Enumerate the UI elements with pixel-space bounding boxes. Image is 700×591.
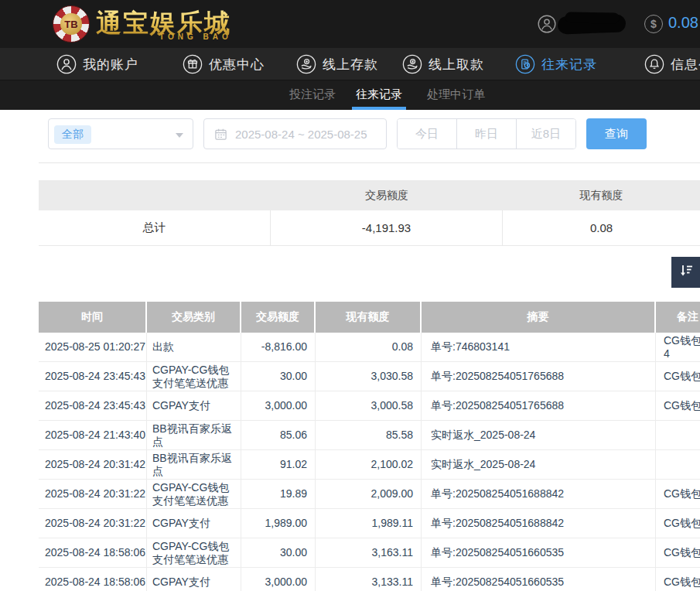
summary-header-empty	[39, 180, 271, 210]
col-balance: 现有额度	[316, 302, 422, 333]
summary-header-row: 交易额度 现有额度	[39, 180, 700, 210]
cell-note: CG钱包	[656, 568, 700, 591]
nav-deposit[interactable]: 线上存款	[296, 48, 378, 80]
logo-chip-label: TB	[60, 13, 82, 35]
transaction-records-page: TB 通宝娱乐城 TONG BAO $ 0.08R 我的账户 优惠中心 线上存款	[0, 0, 700, 591]
cell-time: 2025-08-24 18:58:06	[39, 538, 147, 567]
cell-amount: 91.02	[241, 450, 316, 479]
cell-type: BB视讯百家乐返点	[147, 450, 241, 479]
cell-summary: 单号:202508254051660535	[422, 568, 656, 591]
col-time: 时间	[39, 302, 147, 333]
records-table: 时间 交易类别 交易额度 现有额度 摘要 备注 2025-08-25 01:20…	[39, 302, 700, 591]
nav-announcements[interactable]: 信息公告	[644, 48, 700, 80]
cell-note	[656, 450, 700, 479]
balance-value: 0.08	[668, 14, 698, 31]
records-icon	[515, 54, 535, 74]
cell-amount: 3,000.00	[241, 568, 316, 591]
summary-total-row: 总计 -4,191.93 0.08	[39, 210, 700, 246]
summary-header-trade: 交易额度	[271, 180, 503, 210]
user-avatar-icon	[538, 15, 556, 33]
table-row: 2025-08-25 01:20:27 出款 -8,816.00 0.08 单号…	[39, 333, 700, 362]
today-button[interactable]: 今日	[398, 119, 457, 149]
last-8-days-button[interactable]: 近8日	[517, 119, 575, 149]
cell-amount: 85.06	[241, 421, 316, 449]
summary-total-label: 总计	[39, 210, 271, 245]
yesterday-button[interactable]: 昨日	[457, 119, 517, 149]
tab-pending-orders[interactable]: 处理中订单	[427, 80, 485, 110]
cell-note: CG钱包	[656, 509, 700, 538]
active-tab-underline	[352, 107, 406, 110]
deposit-icon	[296, 54, 316, 74]
cell-time: 2025-08-24 23:45:43	[39, 362, 147, 391]
table-row: 2025-08-24 18:58:06 CGPAY支付 3,000.00 3,1…	[39, 568, 700, 591]
table-row: 2025-08-24 23:45:43 CGPAY支付 3,000.00 3,0…	[39, 391, 700, 421]
cell-note: CG钱包	[656, 362, 700, 391]
cell-amount: 19.89	[241, 480, 316, 508]
cell-type: 出款	[147, 333, 241, 361]
logo-subtitle: TONG BAO	[159, 32, 232, 41]
nav-promotions[interactable]: 优惠中心	[183, 48, 265, 80]
cell-type: CGPAY-CG钱包支付笔笔送优惠	[147, 362, 241, 391]
col-summary: 摘要	[422, 302, 656, 333]
table-row: 2025-08-24 20:31:42 BB视讯百家乐返点 91.02 2,10…	[39, 450, 700, 480]
cell-type: CGPAY-CG钱包支付笔笔送优惠	[147, 480, 241, 508]
selected-type-tag[interactable]: 全部	[54, 125, 91, 144]
calendar-icon	[214, 128, 227, 141]
cell-balance: 3,000.58	[316, 391, 422, 420]
cell-balance: 0.08	[316, 333, 422, 361]
table-row: 2025-08-24 21:43:40 BB视讯百家乐返点 85.06 85.5…	[39, 421, 700, 450]
cell-type: CGPAY-CG钱包支付笔笔送优惠	[147, 538, 241, 567]
chevron-down-icon	[176, 133, 183, 138]
nav-label: 线上存款	[323, 56, 378, 73]
cell-summary: 单号:202508254051765688	[422, 391, 656, 420]
col-note: 备注	[656, 302, 700, 333]
cell-balance: 3,163.11	[316, 538, 422, 567]
table-header-row: 时间 交易类别 交易额度 现有额度 摘要 备注	[39, 302, 700, 333]
cell-time: 2025-08-24 18:58:06	[39, 568, 147, 591]
nav-my-account[interactable]: 我的账户	[56, 48, 138, 80]
main-nav: 我的账户 优惠中心 线上存款 线上取款 往来记录 信息公告	[0, 48, 700, 80]
cell-amount: -8,816.00	[241, 333, 316, 361]
nav-label: 往来记录	[541, 56, 597, 73]
account-icon	[56, 54, 77, 74]
cell-summary: 实时返水_2025-08-24	[422, 450, 656, 479]
cell-summary: 单号:202508254051660535	[422, 538, 656, 567]
cell-note	[656, 421, 700, 449]
tab-label: 往来记录	[356, 87, 402, 101]
type-select[interactable]: 全部	[48, 118, 193, 149]
cell-summary: 单号:746803141	[422, 333, 656, 361]
cell-summary: 单号:202508254051688842	[422, 509, 656, 538]
col-amount: 交易额度	[241, 302, 316, 333]
table-row: 2025-08-24 23:45:43 CGPAY-CG钱包支付笔笔送优惠 30…	[39, 362, 700, 391]
nav-label: 我的账户	[83, 56, 138, 73]
date-range-picker[interactable]: 2025-08-24 ~ 2025-08-25	[203, 118, 387, 149]
cell-balance: 1,989.11	[316, 509, 422, 538]
cell-amount: 3,000.00	[241, 391, 316, 420]
bell-icon	[644, 54, 664, 74]
summary-table: 交易额度 现有额度 总计 -4,191.93 0.08	[39, 180, 700, 246]
tab-betting-records[interactable]: 投注记录	[289, 80, 336, 110]
cell-time: 2025-08-24 21:43:40	[39, 421, 147, 449]
cell-type: CGPAY支付	[147, 509, 241, 538]
cell-balance: 2,009.00	[316, 480, 422, 508]
sort-descending-button[interactable]	[671, 257, 700, 288]
sort-descending-icon	[678, 262, 695, 282]
redacted-username	[558, 14, 627, 34]
cell-summary: 单号:202508254051688842	[422, 480, 656, 508]
top-bar: TB 通宝娱乐城 TONG BAO $ 0.08R	[0, 0, 700, 48]
cell-summary: 单号:202508254051765688	[422, 362, 656, 391]
nav-label: 线上取款	[429, 56, 484, 73]
search-button[interactable]: 查询	[586, 118, 647, 149]
col-type: 交易类别	[147, 302, 241, 333]
cell-amount: 30.00	[241, 538, 316, 567]
withdraw-icon	[402, 54, 422, 74]
nav-transaction-records[interactable]: 往来记录	[515, 48, 597, 80]
table-row: 2025-08-24 18:58:06 CGPAY-CG钱包支付笔笔送优惠 30…	[39, 538, 700, 568]
sub-nav: 投注记录 往来记录 处理中订单	[0, 80, 700, 110]
cell-amount: 1,989.00	[241, 509, 316, 538]
cell-note: CG钱包	[656, 480, 700, 508]
nav-withdraw[interactable]: 线上取款	[402, 48, 484, 80]
tab-transaction-records[interactable]: 往来记录	[356, 80, 402, 110]
cell-note: CG钱包-24	[656, 333, 700, 361]
cell-amount: 30.00	[241, 362, 316, 391]
